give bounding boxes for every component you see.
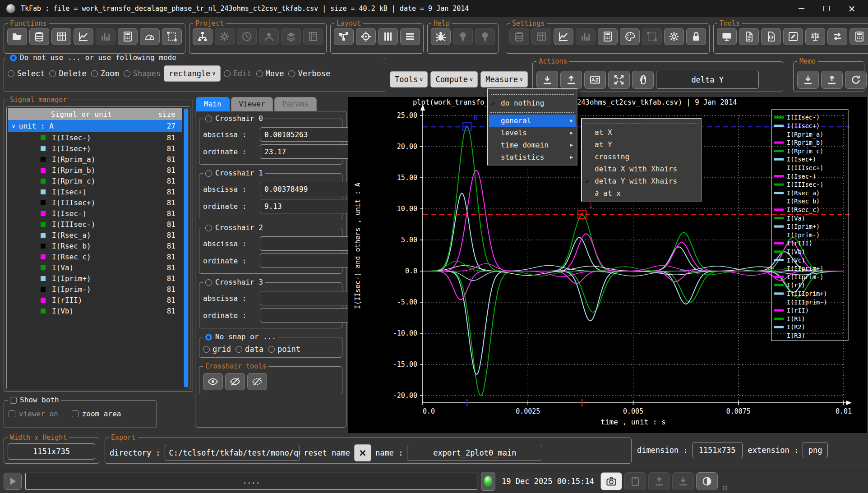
gears-button[interactable] xyxy=(664,28,684,45)
signal-row[interactable]: I(IIIsec+) 81 xyxy=(8,197,182,208)
scrollbar-thumb[interactable] xyxy=(184,109,188,387)
scrollbar[interactable] xyxy=(184,108,189,387)
menu-item[interactable]: time domain ▶ xyxy=(489,139,576,151)
radio-icon[interactable] xyxy=(224,70,231,77)
expand-button[interactable] xyxy=(608,71,630,89)
radio-icon[interactable] xyxy=(256,70,263,77)
unit-row[interactable]: unit : A 27 xyxy=(8,120,182,132)
edit-button[interactable] xyxy=(783,28,803,45)
calc-sheet-button[interactable] xyxy=(118,28,138,45)
tools-menu-button[interactable]: Tools xyxy=(390,71,428,88)
plot-settings-button[interactable] xyxy=(554,28,573,45)
transfer-button[interactable] xyxy=(827,28,847,45)
export-name-input[interactable]: export_2plot0_main xyxy=(407,445,542,461)
memo-load-button[interactable] xyxy=(821,71,843,89)
signal-row[interactable]: I(IIsec-) 81 xyxy=(8,132,182,143)
database-button[interactable] xyxy=(29,28,49,45)
radio-icon[interactable] xyxy=(235,346,242,353)
menu-tearoff[interactable] xyxy=(585,120,698,124)
menu-item[interactable]: at Y xyxy=(583,138,700,151)
radio-icon[interactable] xyxy=(91,70,98,77)
mode-radio-item[interactable]: Zoom xyxy=(91,69,119,78)
signal-row[interactable]: I(Va) 81 xyxy=(8,262,182,273)
chevron-down-icon[interactable] xyxy=(12,123,15,129)
line-chart-button[interactable] xyxy=(74,28,93,45)
sitemap-button[interactable] xyxy=(193,28,212,45)
crosshair-radio[interactable] xyxy=(205,279,212,286)
measure-menu-button[interactable]: Measure xyxy=(480,71,528,88)
signal-row[interactable]: I(Rsec_a) 81 xyxy=(8,230,182,240)
memo-save-button[interactable] xyxy=(797,71,819,89)
table-button[interactable] xyxy=(51,28,71,45)
memo-refresh-button[interactable] xyxy=(845,71,867,89)
signal-row[interactable]: I(Rsec_c) 81 xyxy=(8,251,182,262)
signal-row[interactable]: I(IIsec+) 81 xyxy=(8,143,182,154)
close-button[interactable] xyxy=(842,2,862,15)
open-file-button[interactable] xyxy=(7,28,27,45)
dimension-value[interactable]: 1151x735 xyxy=(692,442,743,458)
nodes-button[interactable] xyxy=(334,28,354,45)
minimize-button[interactable] xyxy=(791,2,811,15)
clock-button[interactable] xyxy=(237,28,257,45)
menu-item[interactable]: general ▶ xyxy=(489,115,576,127)
menu-item[interactable]: ∂ at x xyxy=(583,187,700,199)
calculator-button[interactable] xyxy=(850,28,868,45)
pointer-button[interactable] xyxy=(632,71,654,89)
theme-toggle-button[interactable] xyxy=(696,472,718,490)
user-button[interactable] xyxy=(259,28,279,45)
card-button[interactable] xyxy=(584,71,606,89)
signal-row[interactable]: I(Isec-) 81 xyxy=(8,208,182,219)
run-button[interactable] xyxy=(4,473,22,490)
script-button[interactable] xyxy=(761,28,781,45)
db-settings-button[interactable] xyxy=(509,28,529,45)
export-button[interactable] xyxy=(560,71,582,89)
mode-radio-item[interactable]: Shapes xyxy=(124,69,161,78)
menu-tearoff[interactable] xyxy=(491,91,574,95)
menu-item[interactable]: delta X with Xhairs xyxy=(583,163,700,175)
extension-value[interactable]: png xyxy=(803,442,828,458)
hide-crosshair-button[interactable] xyxy=(225,373,245,390)
menu-item[interactable]: levels ▶ xyxy=(489,127,576,139)
signal-row[interactable]: I(Vb) 81 xyxy=(8,305,182,316)
signal-row[interactable]: I(Iprim-) 81 xyxy=(8,284,182,295)
layers-button[interactable] xyxy=(281,28,301,45)
signal-row[interactable]: I(Rsec_b) 81 xyxy=(8,240,182,251)
signal-row[interactable]: I(Iprim+) 81 xyxy=(8,273,182,284)
reset-name-button[interactable] xyxy=(354,444,371,461)
snap-option[interactable]: point xyxy=(268,345,300,354)
show-crosshair-button[interactable] xyxy=(203,373,223,390)
signal-row[interactable]: I(rIII) 81 xyxy=(8,295,182,305)
radio-icon[interactable] xyxy=(49,70,56,77)
tab-main[interactable]: Main xyxy=(196,97,230,111)
mode-radio-item[interactable]: Move xyxy=(256,69,284,78)
radio-icon[interactable] xyxy=(268,346,275,353)
zoom-area-checkbox[interactable] xyxy=(72,410,78,417)
screenshot-button[interactable] xyxy=(600,472,622,490)
shape-select[interactable]: rectangle xyxy=(164,65,220,82)
viewer-on-checkbox[interactable] xyxy=(9,410,15,417)
menu-item[interactable] xyxy=(490,109,574,113)
mode-radio-item[interactable]: Verbose xyxy=(288,69,330,78)
resize-grip[interactable] xyxy=(722,485,727,490)
gauge-button[interactable] xyxy=(140,28,160,45)
signal-row[interactable]: I(Rprim_c) 81 xyxy=(8,175,182,186)
bar-settings-button[interactable] xyxy=(576,28,596,45)
radio-icon[interactable] xyxy=(124,70,130,77)
upload-button[interactable] xyxy=(648,472,670,490)
signal-row[interactable]: I(Isec+) 81 xyxy=(8,186,182,197)
directory-input[interactable]: C:/tclsoft/tkfab/test/mono/qu xyxy=(165,445,300,461)
crosshair-radio[interactable] xyxy=(205,115,212,122)
compare-button[interactable] xyxy=(805,28,825,45)
snap-option[interactable]: data xyxy=(235,345,263,354)
tab-params[interactable]: Params xyxy=(274,97,317,111)
hint-alt-button[interactable] xyxy=(475,28,495,45)
menu-item[interactable]: crossing xyxy=(583,151,700,163)
gear-button[interactable] xyxy=(215,28,235,45)
menu-item[interactable]: ✔ do nothing xyxy=(489,97,576,109)
mode-radio-item[interactable]: Select xyxy=(8,69,45,78)
crosshair-radio[interactable] xyxy=(205,225,212,231)
palette-button[interactable] xyxy=(620,28,640,45)
snap-option[interactable]: grid xyxy=(203,345,231,354)
monitor-button[interactable] xyxy=(717,28,737,45)
do-not-use-radio[interactable] xyxy=(10,55,17,61)
